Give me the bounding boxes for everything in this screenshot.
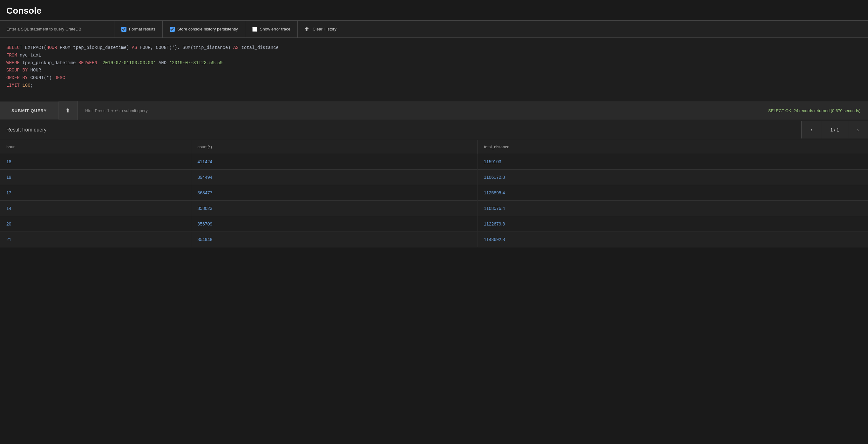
table-row: 173684771125895.4 (0, 185, 868, 201)
store-history-label: Store console history persistently (177, 27, 238, 31)
table-row: 213549481148692.8 (0, 232, 868, 247)
format-results-toggle[interactable]: Format results (114, 21, 163, 37)
pagination: ‹ 1 / 1 › (801, 121, 868, 138)
hint-text: Hint: Press ⇧ + ↵ to submit query (78, 108, 761, 113)
results-header: Result from query ‹ 1 / 1 › (0, 120, 868, 140)
results-title: Result from query (0, 120, 801, 140)
status-text: SELECT OK, 24 records returned (0.670 se… (761, 108, 868, 113)
format-results-label: Format results (129, 27, 155, 31)
table-row: 193944941106172.8 (0, 169, 868, 185)
cell-total: 1108576.4 (477, 201, 868, 216)
prev-page-button[interactable]: ‹ (802, 121, 821, 138)
clear-history-button[interactable]: 🗑 Clear History (298, 21, 343, 37)
cell-total: 1159103 (477, 154, 868, 169)
cell-hour: 17 (0, 185, 191, 201)
sql-editor[interactable]: SELECT EXTRACT(HOUR FROM tpep_pickup_dat… (0, 38, 868, 101)
cell-count: 411424 (191, 154, 477, 169)
submit-query-button[interactable]: SUBMIT QUERY (0, 102, 58, 119)
cell-hour: 19 (0, 169, 191, 185)
show-error-trace-toggle[interactable]: Show error trace (245, 21, 298, 37)
cell-count: 354948 (191, 232, 477, 247)
cell-total: 1148692.8 (477, 232, 868, 247)
col-header-hour: hour (0, 140, 191, 154)
page-title: Console (0, 0, 868, 20)
query-label: Enter a SQL statement to query CrateDB (0, 21, 114, 37)
cell-hour: 20 (0, 216, 191, 232)
store-history-toggle[interactable]: Store console history persistently (163, 21, 245, 37)
cell-count: 358023 (191, 201, 477, 216)
store-history-checkbox[interactable] (170, 27, 175, 32)
toolbar: Enter a SQL statement to query CrateDB F… (0, 20, 868, 38)
table-row: 203567091122679.8 (0, 216, 868, 232)
cell-hour: 18 (0, 154, 191, 169)
cell-hour: 21 (0, 232, 191, 247)
next-page-button[interactable]: › (848, 121, 868, 138)
upload-button[interactable]: ⬆ (58, 101, 78, 120)
cell-total: 1125895.4 (477, 185, 868, 201)
page-info: 1 / 1 (821, 121, 848, 138)
clear-history-label: Clear History (313, 27, 337, 31)
table-row: 184114241159103 (0, 154, 868, 169)
show-error-trace-checkbox[interactable] (252, 27, 257, 32)
table-row: 143580231108576.4 (0, 201, 868, 216)
cell-hour: 14 (0, 201, 191, 216)
submit-bar: SUBMIT QUERY ⬆ Hint: Press ⇧ + ↵ to subm… (0, 101, 868, 120)
show-error-trace-label: Show error trace (260, 27, 290, 31)
trash-icon: 🗑 (305, 26, 309, 32)
results-table: hour count(*) total_distance 18411424115… (0, 140, 868, 247)
col-header-total: total_distance (477, 140, 868, 154)
cell-total: 1122679.8 (477, 216, 868, 232)
table-header-row: hour count(*) total_distance (0, 140, 868, 154)
format-results-checkbox[interactable] (121, 27, 126, 32)
cell-count: 356709 (191, 216, 477, 232)
cell-count: 394494 (191, 169, 477, 185)
cell-total: 1106172.8 (477, 169, 868, 185)
col-header-count: count(*) (191, 140, 477, 154)
upload-icon: ⬆ (65, 107, 70, 114)
cell-count: 368477 (191, 185, 477, 201)
